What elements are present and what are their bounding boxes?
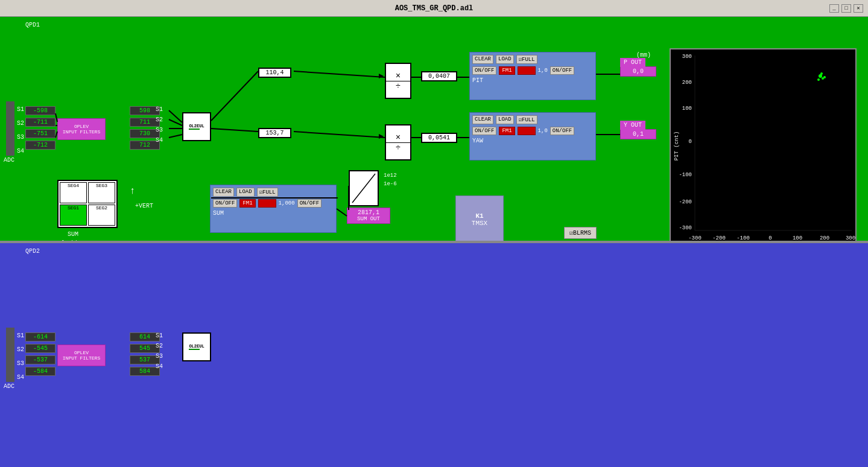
seg2-1: SEG2 <box>88 205 115 226</box>
s3-val-2: -537 <box>25 355 55 364</box>
qpd2-label: QPD2 <box>25 248 40 255</box>
chart-svg-1: 300 200 100 0 -100 -200 -300 -300 -200 -… <box>671 49 858 243</box>
k1-tmsx-box-1: K1 TMSX <box>455 195 504 243</box>
yaw-red-bar-1 <box>518 127 536 135</box>
adc-box-1 <box>6 101 14 156</box>
vert-label-1: +VERT <box>135 203 153 209</box>
blrms-btn-1[interactable]: ☑BLRMS <box>564 227 597 239</box>
val-0541-1: 0,0541 <box>421 133 457 143</box>
s1-label-1: S1 <box>17 106 24 113</box>
s-labels-left-2: S1 S2 S3 S4 <box>17 332 24 381</box>
s3-val-1: -751 <box>25 129 55 138</box>
s1-val-2: -614 <box>25 332 55 342</box>
pit-fm1-btn-1[interactable]: FM1 <box>499 66 515 75</box>
svg-text:-100: -100 <box>679 172 692 178</box>
sum-onoff2-btn-1[interactable]: ON/OFF <box>297 199 322 208</box>
input-filters-2[interactable]: OPLEV INPUT FILTERS <box>57 345 106 366</box>
sum-out-val-1: 2817,1 <box>351 209 386 216</box>
yaw-load-btn-1[interactable]: LOAD <box>496 115 514 124</box>
yaw-onoff2-btn-1[interactable]: ON/OFF <box>550 127 574 135</box>
muldiv-box2-1: × ÷ <box>385 124 411 160</box>
window-title: AOS_TMS_GR_QPD.adl <box>395 4 474 13</box>
vert-arrow-1: ↑ <box>130 186 136 197</box>
close-button[interactable]: ✕ <box>854 4 863 13</box>
sum-fm1-btn-1[interactable]: FM1 <box>239 199 255 208</box>
input-filters-1[interactable]: OPLEV INPUT FILTERS <box>57 118 106 140</box>
sum-block-label-1: SUM <box>213 210 224 217</box>
svg-text:200: 200 <box>820 235 829 241</box>
s1-label-2: S1 <box>17 332 24 339</box>
svg-text:100: 100 <box>793 235 802 241</box>
minimize-button[interactable]: _ <box>829 4 839 13</box>
panel-qpd2-inner: QPD2 ADC S1 S2 S3 S4 -614 -545 -537 -584 <box>0 243 868 467</box>
window-controls[interactable]: _ □ ✕ <box>829 4 863 13</box>
sum-red-bar-1 <box>258 199 276 208</box>
pit-onoff2-btn-1[interactable]: ON/OFF <box>550 66 574 75</box>
y-out-label-1: Y OUT <box>620 121 645 130</box>
s3-label-1: S3 <box>17 134 24 141</box>
s3-label-2: S3 <box>17 360 24 367</box>
svg-point-21 <box>817 78 820 81</box>
panel-qpd1: QPD1 ADC S1 S2 S3 S4 -598 -711 -751 -712 <box>0 17 868 243</box>
t-1em6-1: 1e-6 <box>384 181 397 187</box>
seg4-1: SEG4 <box>60 182 87 203</box>
qpd1-label: QPD1 <box>25 22 40 28</box>
svg-text:-200: -200 <box>712 235 726 241</box>
muldiv-box1-1: × ÷ <box>385 63 411 99</box>
pit-onoff-btn-1[interactable]: ON/OFF <box>472 66 496 75</box>
seg3-1: SEG3 <box>88 182 115 203</box>
s4-label-1: S4 <box>17 148 24 154</box>
p-out-box-1: 0,0 <box>620 66 656 77</box>
seg1-1: SEG1 <box>60 205 87 226</box>
ol2eul-box-2b[interactable]: OL2EUL <box>182 332 211 361</box>
svg-line-28 <box>169 119 182 125</box>
svg-text:300: 300 <box>846 235 855 241</box>
s4-val-2: -584 <box>25 367 55 376</box>
sum-onoff-btn-1[interactable]: ON/OFF <box>213 199 237 208</box>
svg-point-23 <box>823 76 826 78</box>
yaw-full-btn-1[interactable]: ☑FULL <box>516 115 537 124</box>
ol2eul-green-2b <box>189 349 200 350</box>
pit-full-btn-1[interactable]: ☑FULL <box>516 55 537 64</box>
s-values-left-1: -598 -711 -751 -712 <box>25 106 55 150</box>
p-out-label-1: P OUT <box>620 58 645 67</box>
s2-val-1: -711 <box>25 118 55 127</box>
sum-label-1: SUM <box>68 231 78 238</box>
qpd-diagram-1: SEG4 SEG3 SEG1 SEG2 <box>57 180 118 228</box>
transfer-box-1 <box>349 170 379 206</box>
svg-point-22 <box>820 72 823 75</box>
yaw-clear-btn-1[interactable]: CLEAR <box>472 115 493 124</box>
svg-line-34 <box>294 132 385 138</box>
s-labels-left-1: S1 S2 S3 S4 <box>17 106 24 154</box>
val-0407-1: 0,0407 <box>421 71 457 81</box>
maximize-button[interactable]: □ <box>841 4 851 13</box>
tmsx-label-1: TMSX <box>472 220 487 227</box>
pit-val-1: 1,0 <box>538 68 548 74</box>
ol2eul-box-1[interactable]: OL2EUL <box>182 112 211 141</box>
sum-out-label-1: SUM OUT <box>351 216 386 222</box>
y-out-val-1: 0,1 <box>624 131 652 138</box>
input-filters-label-1: OPLEV INPUT FILTERS <box>63 124 100 135</box>
pit-clear-btn-1[interactable]: CLEAR <box>472 55 493 64</box>
svg-marker-35 <box>379 74 384 78</box>
svg-text:-300: -300 <box>679 225 692 231</box>
s-values-left-2: -614 -545 -537 -584 <box>25 332 55 376</box>
panel-qpd2: QPD2 ADC S1 S2 S3 S4 -614 -545 -537 -584 <box>0 243 868 467</box>
sum-load-btn-1[interactable]: LOAD <box>236 188 255 197</box>
sum-out-box-1: 2817,1 SUM OUT <box>347 208 390 224</box>
pit-load-btn-1[interactable]: LOAD <box>496 55 514 64</box>
val-153-1: 153,7 <box>258 128 291 138</box>
input-filters-label-2: OPLEV INPUT FILTERS <box>63 350 100 361</box>
adc-label-2: ADC <box>4 383 14 390</box>
svg-line-33 <box>294 71 385 77</box>
yaw-fm1-btn-1[interactable]: FM1 <box>499 127 515 135</box>
adc-label-1: ADC <box>4 157 14 164</box>
svg-line-27 <box>169 110 182 122</box>
s2-label-2: S2 <box>17 346 24 353</box>
mm-label-1: (mm) <box>636 52 651 59</box>
sum-clear-btn-1[interactable]: CLEAR <box>213 188 234 197</box>
svg-text:-200: -200 <box>679 199 692 205</box>
sum-full-btn-1[interactable]: ☑FULL <box>257 188 278 197</box>
yaw-onoff-btn-1[interactable]: ON/OFF <box>472 127 496 135</box>
val-110-1: 110,4 <box>258 68 291 78</box>
